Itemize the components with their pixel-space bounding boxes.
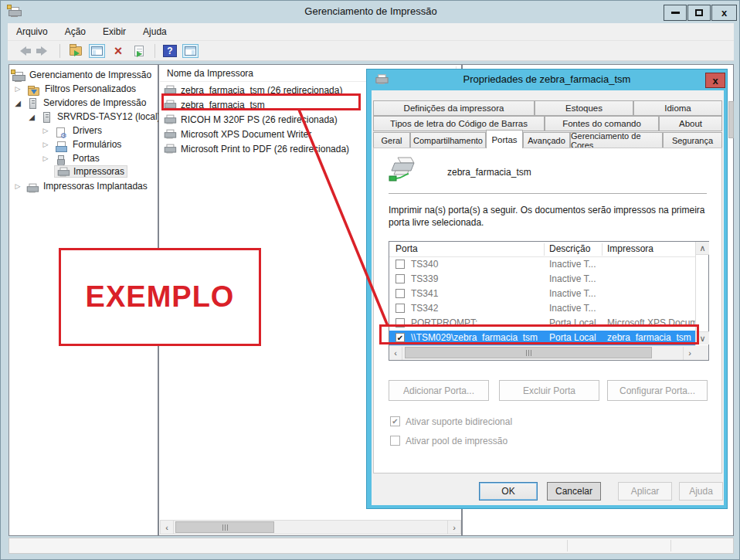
tab-compartilhamento[interactable]: Compartilhamento — [410, 132, 486, 148]
console-tree-toggle-icon[interactable] — [89, 44, 105, 58]
bidirectional-support-option[interactable]: ✔ Ativar suporte bidirecional — [390, 416, 512, 427]
printer-name: zebra_farmacia_tsm — [447, 167, 531, 178]
scrollbar-thumb[interactable] — [405, 347, 652, 358]
tab-fontes-do-comando[interactable]: Fontes do comando — [545, 116, 659, 131]
configurar-porta-button[interactable]: Configurar Porta... — [607, 380, 708, 401]
expand-collapsed-icon[interactable]: ▷ — [42, 141, 49, 148]
expand-expanded-icon[interactable]: ◢ — [28, 113, 36, 121]
scrollbar-corner — [695, 345, 708, 360]
tab-tipos-de-letra[interactable]: Tipos de letra do Código de Barras — [373, 116, 545, 131]
tree-item-root[interactable]: Gerenciamento de Impressão — [9, 68, 22, 82]
scroll-up-icon[interactable]: ∧ — [696, 242, 709, 255]
help-icon[interactable]: ? — [163, 45, 177, 57]
tree-item-portas[interactable]: ▷ Portas — [9, 151, 15, 165]
back-icon[interactable] — [15, 43, 31, 59]
scroll-left-icon[interactable]: ‹ — [389, 347, 402, 360]
tree-item-servidores[interactable]: ◢ Servidores de Impressão — [9, 96, 16, 110]
toolbar: × ? — [8, 41, 734, 61]
scroll-right-icon[interactable]: › — [683, 347, 696, 360]
checkbox-unchecked[interactable] — [390, 436, 400, 446]
dialog-close-button[interactable]: x — [705, 73, 725, 88]
exemplo-label: EXEMPLO — [86, 280, 235, 314]
scrollbar-thumb[interactable] — [175, 521, 274, 533]
tree-item-srvrds-tasy12[interactable]: ◢ SRVRDS-TASY12 (local) — [9, 110, 16, 124]
cancelar-button[interactable]: Cancelar — [547, 482, 601, 501]
menu-bar: Arquivo Ação Exibir Ajuda — [8, 23, 734, 41]
tree-item-formularios[interactable]: ▷ Formulários — [9, 137, 19, 151]
port-checkbox-unchecked[interactable] — [395, 289, 405, 298]
column-porta[interactable]: Porta — [395, 243, 418, 254]
minimize-button[interactable] — [664, 5, 687, 21]
printer-icon — [165, 115, 175, 124]
adicionar-porta-button[interactable]: Adicionar Porta... — [389, 380, 489, 401]
tree-item-drivers[interactable]: ▷ Drivers — [9, 124, 18, 137]
table-row[interactable]: TS342 Inactive T... — [389, 301, 696, 316]
excluir-porta-button[interactable]: Excluir Porta — [499, 380, 599, 401]
port-icon — [57, 155, 63, 165]
tab-definicoes-da-impressora[interactable]: Definições da impressora — [373, 100, 535, 116]
close-button[interactable]: x — [711, 5, 737, 21]
tab-about[interactable]: About — [659, 116, 722, 131]
port-checkbox-unchecked[interactable] — [395, 260, 405, 269]
export-folder-icon[interactable] — [68, 43, 83, 59]
horizontal-scrollbar[interactable]: ‹ › — [160, 520, 461, 535]
checkbox-label: Ativar suporte bidirecional — [406, 416, 512, 427]
expand-collapsed-icon[interactable]: ▷ — [14, 85, 22, 93]
scroll-right-icon[interactable]: › — [447, 521, 460, 534]
menu-ajuda[interactable]: Ajuda — [134, 26, 175, 37]
printer-pooling-option[interactable]: Ativar pool de impressão — [390, 435, 507, 446]
menu-acao[interactable]: Ação — [56, 26, 94, 37]
print-management-icon — [12, 72, 25, 82]
print-management-window: Gerenciamento de Impressão x Arquivo Açã… — [0, 0, 740, 560]
printer-icon — [58, 167, 69, 176]
checkbox-checked-disabled[interactable]: ✔ — [390, 416, 400, 426]
tab-geral[interactable]: Geral — [373, 132, 410, 148]
tab-avancado[interactable]: Avançado — [523, 132, 570, 148]
scroll-left-icon[interactable]: ‹ — [161, 521, 174, 534]
expand-collapsed-icon[interactable]: ▷ — [42, 154, 49, 162]
expand-collapsed-icon[interactable]: ▷ — [42, 127, 49, 134]
scrollbar-thumb[interactable] — [728, 101, 734, 138]
window-titlebar: Gerenciamento de Impressão x — [1, 1, 740, 23]
tab-idioma[interactable]: Idioma — [633, 100, 722, 116]
tab-estoques[interactable]: Estoques — [535, 100, 633, 116]
server-icon — [29, 98, 36, 109]
separator — [389, 193, 707, 194]
delete-icon[interactable]: × — [110, 43, 126, 59]
port-checkbox-unchecked[interactable] — [395, 274, 405, 283]
filter-folder-icon — [28, 87, 39, 96]
tree-item-filtros[interactable]: ▷ Filtros Personalizados — [9, 82, 21, 96]
column-impressora[interactable]: Impressora — [607, 243, 653, 254]
status-bar — [8, 538, 734, 554]
action-pane-toggle-icon[interactable] — [182, 44, 199, 58]
drivers-icon — [56, 127, 65, 137]
ajuda-button[interactable]: Ajuda — [679, 482, 723, 501]
highlight-rect-port-row — [379, 324, 699, 344]
maximize-button[interactable] — [687, 5, 711, 21]
ok-button[interactable]: OK — [479, 482, 538, 501]
menu-exibir[interactable]: Exibir — [94, 26, 134, 37]
dialog-title: Propriedades de zebra_farmacia_tsm — [367, 73, 727, 85]
server-icon — [43, 112, 50, 123]
menu-arquivo[interactable]: Arquivo — [8, 26, 56, 37]
tab-gerenciamento-de-cores[interactable]: Gerenciamento de Cores — [570, 132, 663, 148]
ports-description: Imprimir na(s) porta(s) a seguir. Os doc… — [389, 204, 708, 229]
printer-icon — [165, 130, 175, 139]
column-descricao[interactable]: Descrição — [549, 243, 590, 254]
export-list-icon[interactable] — [131, 43, 147, 59]
port-checkbox-unchecked[interactable] — [395, 304, 405, 313]
table-row[interactable]: TS341 Inactive T... — [389, 287, 696, 301]
aplicar-button[interactable]: Aplicar — [618, 482, 672, 501]
forward-icon[interactable] — [36, 43, 52, 59]
minimize-icon — [671, 12, 680, 14]
tree-item-impressoras-implantadas[interactable]: ▷ Impressoras Implantadas — [9, 179, 22, 193]
table-row[interactable]: TS340 Inactive T... — [389, 257, 696, 272]
table-row[interactable]: TS339 Inactive T... — [389, 272, 696, 287]
horizontal-scrollbar[interactable]: ‹ › — [389, 345, 696, 360]
tab-seguranca[interactable]: Segurança — [663, 132, 722, 148]
toolbar-separator — [59, 44, 60, 58]
printer-icon — [27, 183, 38, 192]
expand-expanded-icon[interactable]: ◢ — [14, 99, 22, 107]
expand-collapsed-icon[interactable]: ▷ — [14, 182, 22, 190]
tab-portas-active[interactable]: Portas — [486, 130, 523, 148]
